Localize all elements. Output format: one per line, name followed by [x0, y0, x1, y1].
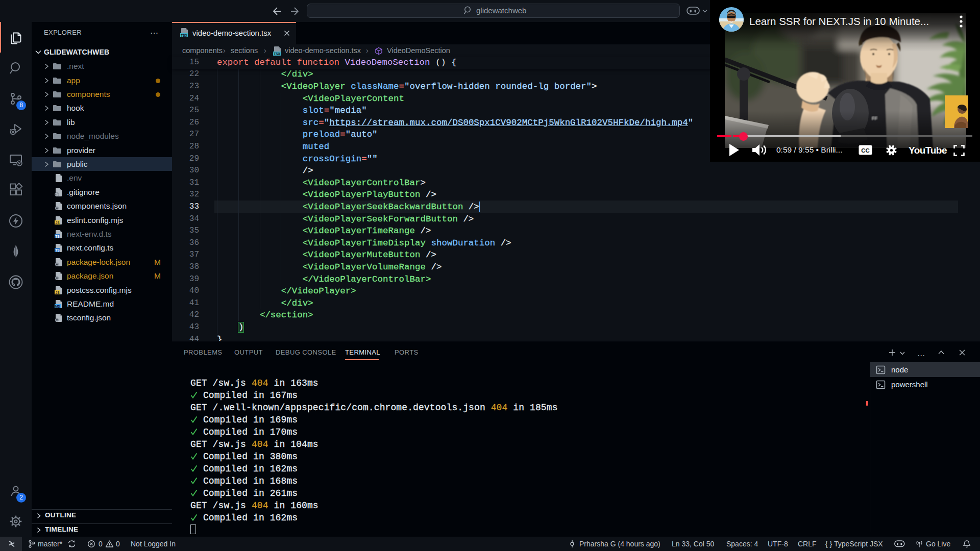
svg-text:MD: MD: [55, 305, 60, 308]
svg-text:CC: CC: [861, 147, 870, 154]
svg-text:TSX: TSX: [181, 34, 188, 37]
svg-text:JS: JS: [56, 290, 60, 294]
svg-text:TS: TS: [55, 235, 60, 238]
svg-text:TSX: TSX: [274, 52, 281, 56]
svg-text:JS: JS: [56, 220, 60, 224]
svg-text:TS: TS: [55, 248, 60, 252]
